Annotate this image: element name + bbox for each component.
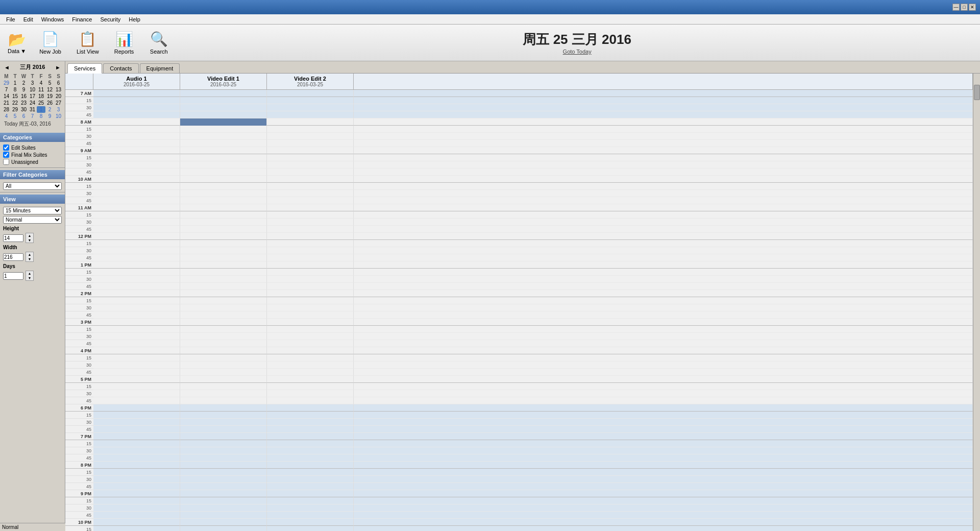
empty-slot-cell[interactable] [354, 319, 973, 326]
list-view-button[interactable]: 📋 List View [71, 28, 105, 58]
slot-cell[interactable] [267, 97, 354, 104]
slot-cell[interactable] [267, 361, 354, 369]
slot-cell[interactable] [93, 333, 180, 340]
slot-cell[interactable] [180, 383, 267, 390]
slot-cell[interactable] [267, 261, 354, 269]
slot-cell[interactable] [267, 469, 354, 476]
slot-cell[interactable] [180, 290, 267, 297]
slot-cell[interactable] [180, 440, 267, 447]
cal-day[interactable]: 29 [2, 80, 11, 86]
empty-slot-cell[interactable] [354, 433, 973, 440]
slot-cell[interactable] [180, 519, 267, 526]
slot-cell[interactable] [267, 311, 354, 319]
cal-day[interactable]: 22 [11, 100, 19, 106]
slot-cell[interactable] [180, 397, 267, 404]
slot-cell[interactable] [267, 454, 354, 462]
slot-cell[interactable] [93, 261, 180, 269]
slot-cell[interactable] [180, 254, 267, 261]
cal-day[interactable]: 5 [45, 80, 54, 86]
slot-cell[interactable] [93, 433, 180, 440]
slot-cell[interactable] [267, 140, 354, 147]
slot-cell[interactable] [93, 319, 180, 326]
empty-slot-cell[interactable] [354, 340, 973, 347]
slot-cell[interactable] [180, 297, 267, 304]
cal-day[interactable]: 26 [45, 100, 54, 106]
tab-services[interactable]: Services [67, 63, 102, 74]
menu-file[interactable]: File [2, 15, 19, 23]
slot-cell[interactable] [267, 333, 354, 340]
new-job-button[interactable]: 📄 New Job [34, 28, 67, 58]
slot-cell[interactable] [93, 311, 180, 319]
slot-cell[interactable] [93, 226, 180, 233]
width-input[interactable] [3, 253, 23, 261]
empty-slot-cell[interactable] [354, 490, 973, 497]
empty-slot-cell[interactable] [354, 354, 973, 361]
slot-cell[interactable] [180, 97, 267, 104]
empty-slot-cell[interactable] [354, 219, 973, 226]
slot-cell[interactable] [267, 462, 354, 469]
slot-cell[interactable] [93, 426, 180, 433]
slot-cell[interactable] [93, 211, 180, 219]
cal-day[interactable]: 3 [28, 80, 37, 86]
slot-cell[interactable] [180, 347, 267, 354]
slot-cell[interactable] [93, 483, 180, 490]
slot-cell[interactable] [93, 476, 180, 483]
cal-day[interactable]: 27 [54, 100, 63, 106]
slot-cell[interactable] [93, 97, 180, 104]
cal-day[interactable]: 21 [2, 100, 11, 106]
cal-day[interactable]: 15 [11, 93, 19, 100]
menu-edit[interactable]: Edit [19, 15, 37, 23]
empty-slot-cell[interactable] [354, 226, 973, 233]
cal-day[interactable]: 17 [28, 93, 37, 100]
slot-cell[interactable] [267, 319, 354, 326]
cal-day[interactable]: 1 [11, 80, 19, 86]
slot-cell[interactable] [267, 504, 354, 512]
slot-cell[interactable] [180, 369, 267, 376]
slot-cell[interactable] [93, 204, 180, 211]
cal-day[interactable]: 2 [45, 106, 54, 113]
slot-cell[interactable] [267, 383, 354, 390]
cal-day[interactable]: 13 [54, 86, 63, 93]
menu-help[interactable]: Help [125, 15, 144, 23]
cal-day[interactable]: 28 [2, 106, 11, 113]
height-up-button[interactable]: ▲ [26, 233, 33, 238]
slot-cell[interactable] [180, 190, 267, 197]
slot-cell[interactable] [267, 183, 354, 190]
empty-slot-cell[interactable] [354, 504, 973, 512]
slot-cell[interactable] [93, 254, 180, 261]
cal-day[interactable]: 29 [11, 106, 19, 113]
slot-cell[interactable] [180, 233, 267, 240]
slot-cell[interactable] [180, 354, 267, 361]
slot-cell[interactable] [93, 104, 180, 111]
slot-cell[interactable] [93, 454, 180, 462]
slot-cell[interactable] [93, 111, 180, 118]
slot-cell[interactable] [93, 526, 180, 531]
cal-day[interactable]: 6 [54, 80, 63, 86]
cal-day[interactable]: 4 [37, 80, 45, 86]
empty-slot-cell[interactable] [354, 240, 973, 247]
slot-cell[interactable] [180, 311, 267, 319]
empty-slot-cell[interactable] [354, 269, 973, 276]
event-block[interactable] [180, 118, 266, 126]
slot-cell[interactable] [93, 354, 180, 361]
empty-slot-cell[interactable] [354, 247, 973, 254]
slot-cell[interactable] [267, 247, 354, 254]
slot-cell[interactable] [93, 133, 180, 140]
height-input[interactable] [3, 234, 23, 242]
cal-day[interactable]: 7 [2, 86, 11, 93]
menu-windows[interactable]: Windows [37, 15, 68, 23]
slot-cell[interactable] [180, 276, 267, 283]
empty-slot-cell[interactable] [354, 276, 973, 283]
category-final-mix-checkbox[interactable] [3, 152, 9, 158]
slot-cell[interactable] [267, 376, 354, 383]
empty-slot-cell[interactable] [354, 426, 973, 433]
empty-slot-cell[interactable] [354, 168, 973, 176]
empty-slot-cell[interactable] [354, 190, 973, 197]
slot-cell[interactable] [267, 111, 354, 118]
slot-cell[interactable] [93, 276, 180, 283]
reports-button[interactable]: 📊 Reports [109, 28, 140, 58]
cal-day[interactable]: 2 [19, 80, 28, 86]
slot-cell[interactable] [180, 168, 267, 176]
cal-day[interactable]: 8 [37, 113, 45, 119]
slot-cell[interactable] [267, 168, 354, 176]
